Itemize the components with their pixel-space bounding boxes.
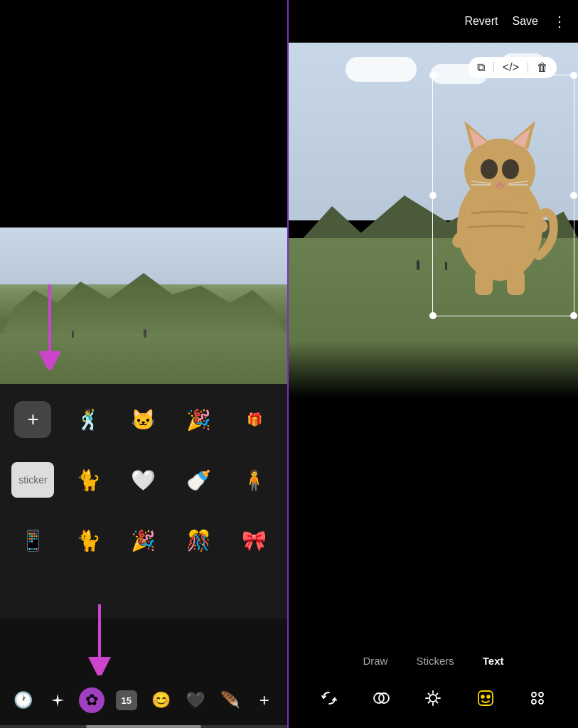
svg-point-38 [532,700,536,704]
sticker-item[interactable]: 🕺 [63,391,114,448]
layers-icon-btn[interactable] [365,682,397,714]
heart-icon-btn[interactable]: 🖤 [183,687,208,713]
svg-point-34 [481,695,484,698]
handle-bottom-left[interactable] [429,312,437,319]
flower-icon-btn[interactable]: ✿ [79,687,105,713]
arrow-area [0,619,287,675]
scroll-thumb [86,725,201,728]
floating-toolbar: ⧉ </> 🗑 [469,57,557,78]
sticker-item[interactable]: 🎊 [173,512,225,569]
sticker-item[interactable]: 🐈 [63,512,114,569]
sticker-item[interactable]: 🎉 [173,391,225,448]
scroll-bar [0,725,287,728]
copy-icon-btn[interactable]: ⧉ [477,61,485,74]
right-bottom-icons [289,675,578,728]
grid-icon-btn[interactable] [522,682,553,714]
handle-middle-right[interactable] [570,192,577,199]
sticker-item[interactable]: 🎁 [228,391,280,448]
selection-box[interactable] [432,75,574,316]
svg-point-35 [487,695,490,698]
tab-stickers[interactable]: Stickers [416,655,454,667]
sticker-item[interactable]: 🎉 [118,512,170,569]
feather-icon-btn[interactable]: 🪶 [217,687,242,713]
svg-point-24 [429,695,437,702]
svg-line-29 [429,694,430,695]
svg-line-31 [429,701,430,702]
sticker-item[interactable]: 🐱 [118,391,170,448]
left-panel: + 🕺 🐱 🎉 🎁 sticker 🐈 🤍 🍼 🧍 [0,0,289,728]
svg-point-39 [539,700,543,704]
history-icon-btn[interactable]: 🕐 [10,687,36,713]
sparkle-icon-btn[interactable] [45,687,70,713]
sticker-item[interactable]: 🤍 [118,451,170,508]
sticker-item[interactable]: 🍼 [173,451,225,508]
sticker-item[interactable]: 📱 [7,512,59,569]
right-tabs: Draw Stickers Text [289,646,578,675]
right-image-area: ⧉ </> 🗑 [289,43,578,398]
plus-icon-btn[interactable]: + [252,687,277,713]
purple-arrow-bottom [71,604,128,675]
more-button[interactable]: ⋮ [552,13,567,30]
svg-point-36 [532,692,536,697]
handle-top-left[interactable] [429,72,437,79]
transform-icon-btn[interactable] [314,682,345,714]
sticker-item[interactable]: 🐈 [63,451,114,508]
save-button[interactable]: Save [513,15,538,28]
svg-marker-4 [51,694,64,707]
add-sticker-button[interactable]: + [7,391,59,448]
sticker-grid: + 🕺 🐱 🎉 🎁 sticker 🐈 🤍 🍼 🧍 [0,384,287,619]
right-top-bar: Revert Save ⋮ [289,0,578,43]
sticker-item[interactable]: 🧍 [228,451,280,508]
smiley-icon-btn[interactable]: 😊 [148,687,173,713]
purple-arrow-left [21,284,78,370]
svg-point-37 [539,692,543,697]
bottom-toolbar-left: 🕐 ✿ 15 😊 🖤 🪶 + [0,675,287,725]
tab-text[interactable]: Text [483,655,504,667]
svg-rect-33 [478,691,493,705]
handle-middle-left[interactable] [429,192,437,199]
svg-line-32 [437,694,438,695]
handle-bottom-right[interactable] [570,312,577,319]
delete-icon-btn[interactable]: 🗑 [537,61,548,74]
handle-top-right[interactable] [570,72,577,79]
sticker-face-icon-btn[interactable] [470,682,501,714]
brightness-icon-btn[interactable] [417,682,449,714]
sticker-item[interactable]: 🎀 [228,512,280,569]
right-bottom: Draw Stickers Text [289,398,578,728]
revert-button[interactable]: Revert [464,15,498,28]
tab-draw[interactable]: Draw [363,655,387,667]
right-panel: Revert Save ⋮ [289,0,578,728]
sticker-item[interactable]: sticker [7,451,59,508]
svg-line-30 [437,701,438,702]
code-icon-btn[interactable]: </> [503,61,519,74]
calendar-icon-btn[interactable]: 15 [114,687,139,713]
left-top-black [0,0,287,228]
left-landscape-image [0,228,287,384]
